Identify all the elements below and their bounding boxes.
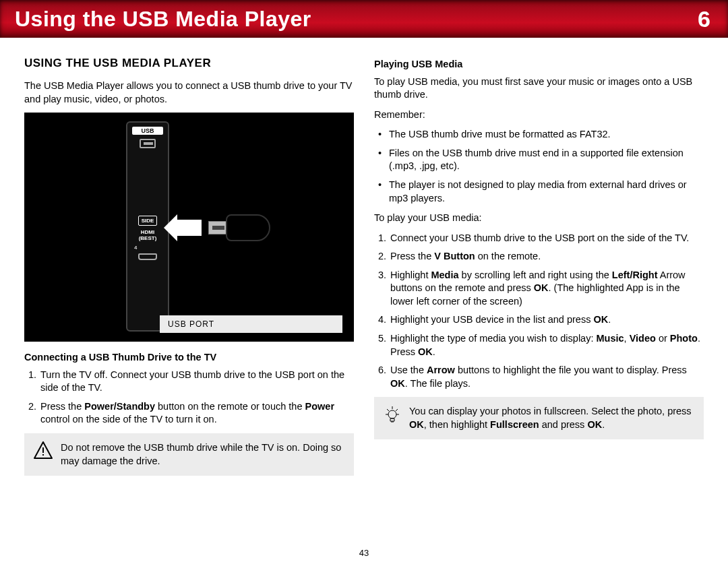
bold-text: Left/Right <box>612 270 658 280</box>
text: . The file plays. <box>405 378 471 389</box>
hdmi-label: HDMI (BEST) <box>127 230 168 242</box>
text: , <box>624 333 630 344</box>
tip-text: You can display your photos in fullscree… <box>409 405 694 431</box>
connect-step-1: Turn the TV off. Connect your USB thumb … <box>39 369 354 395</box>
usb-port-icon <box>140 139 156 148</box>
text: and press <box>539 419 588 430</box>
text: , then highlight <box>424 419 490 430</box>
chapter-number: 6 <box>698 6 710 32</box>
text: . <box>602 419 605 430</box>
remember-label: Remember: <box>374 108 704 122</box>
lightbulb-icon <box>384 405 401 427</box>
text: Press the <box>40 401 84 412</box>
text: . <box>608 314 611 325</box>
bold-text: OK <box>593 314 608 325</box>
hdmi-port-icon <box>138 253 157 260</box>
tip-callout: You can display your photos in fullscree… <box>374 397 704 439</box>
svg-line-7 <box>396 409 398 411</box>
tv-side-panel: USB SIDE HDMI (BEST) 4 <box>126 121 169 332</box>
play-steps-list: Connect your USB thumb drive to the USB … <box>374 232 704 391</box>
bold-text: Music <box>596 333 624 344</box>
text: Press the <box>390 251 434 261</box>
chapter-title: Using the USB Media Player <box>15 7 311 32</box>
warning-text: Do not remove the USB thumb drive while … <box>61 441 344 468</box>
section-title: USING THE USB MEDIA PLAYER <box>24 57 354 70</box>
play-step-6: Use the Arrow buttons to highlight the f… <box>389 364 704 390</box>
remember-item-3: The player is not designed to play media… <box>389 179 704 205</box>
play-step-5: Highlight the type of media you wish to … <box>389 332 704 358</box>
svg-rect-0 <box>42 447 44 453</box>
text: . <box>433 346 435 357</box>
chapter-header: Using the USB Media Player 6 <box>0 0 728 38</box>
to-play-label: To play your USB media: <box>374 212 704 225</box>
connect-step-2: Press the Power/Standby button on the re… <box>39 400 354 427</box>
text: on the remote. <box>475 251 541 261</box>
warning-icon <box>34 441 53 459</box>
connecting-heading: Connecting a USB Thumb Drive to the TV <box>24 351 354 365</box>
warning-callout: Do not remove the USB thumb drive while … <box>24 433 354 476</box>
bold-text: V Button <box>434 251 475 261</box>
side-label: SIDE <box>138 216 157 226</box>
text: or <box>656 333 670 344</box>
bold-text: Arrow <box>427 365 455 375</box>
remember-item-2: Files on the USB thumb drive must end in… <box>389 147 704 173</box>
usb-body <box>226 214 270 241</box>
remember-item-1: The USB thumb drive must be formatted as… <box>389 128 704 142</box>
text: You can display your photos in fullscree… <box>409 406 692 416</box>
left-column: USING THE USB MEDIA PLAYER The USB Media… <box>24 57 354 476</box>
text: button on the remote or touch the <box>155 401 305 412</box>
text: Highlight <box>390 270 431 280</box>
svg-rect-1 <box>42 454 44 456</box>
playing-intro: To play USB media, you must first save y… <box>374 75 704 102</box>
text: by scrolling left and right using the <box>459 270 612 280</box>
svg-line-6 <box>387 409 389 411</box>
page-content: USING THE USB MEDIA PLAYER The USB Media… <box>0 38 728 482</box>
intro-paragraph: The USB Media Player allows you to conne… <box>24 80 354 106</box>
bold-text: OK <box>587 419 602 430</box>
connect-steps-list: Turn the TV off. Connect your USB thumb … <box>24 369 354 427</box>
port-number: 4 <box>127 245 168 251</box>
bold-text: Power/Standby <box>84 401 155 412</box>
bold-text: OK <box>534 282 549 293</box>
text: Use the <box>390 365 427 375</box>
svg-point-2 <box>388 410 396 418</box>
bold-text: Fullscreen <box>490 419 539 430</box>
play-step-2: Press the V Button on the remote. <box>389 250 704 263</box>
playing-heading: Playing USB Media <box>374 58 704 71</box>
text: Highlight the type of media you wish to … <box>390 333 596 344</box>
usb-thumb-drive-icon <box>208 214 270 241</box>
usb-port-figure: USB SIDE HDMI (BEST) 4 USB PORT <box>24 113 354 342</box>
remember-list: The USB thumb drive must be formatted as… <box>374 128 704 205</box>
arrow-icon <box>175 220 202 236</box>
play-step-3: Highlight Media by scrolling left and ri… <box>389 269 704 309</box>
bold-text: Video <box>630 333 656 344</box>
play-step-4: Highlight your USB device in the list an… <box>389 313 704 327</box>
text: buttons to highlight the file you want t… <box>455 365 687 375</box>
text: Highlight your USB device in the list an… <box>390 314 593 325</box>
right-column: Playing USB Media To play USB media, you… <box>374 57 704 476</box>
page-number: 43 <box>0 548 728 558</box>
bold-text: OK <box>418 346 433 357</box>
bold-text: Media <box>431 270 458 280</box>
hdmi-text: HDMI <box>141 229 154 235</box>
bold-text: Photo <box>670 333 698 344</box>
text: control on the side of the TV to turn it… <box>40 414 217 425</box>
usb-label: USB <box>132 127 163 135</box>
figure-caption: USB PORT <box>160 315 342 333</box>
bold-text: OK <box>390 378 405 389</box>
hdmi-best-text: (BEST) <box>139 235 157 241</box>
play-step-1: Connect your USB thumb drive to the USB … <box>389 232 704 245</box>
bold-text: Power <box>305 401 335 412</box>
bold-text: OK <box>409 419 424 430</box>
